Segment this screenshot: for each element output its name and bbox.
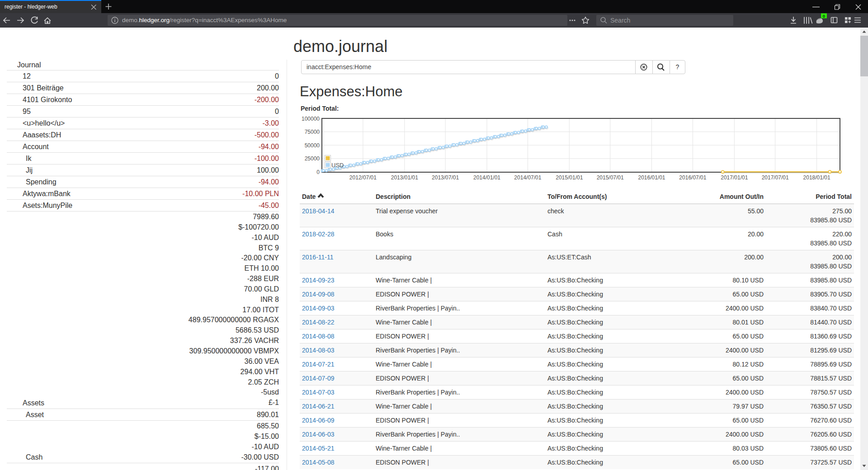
svg-text:100000: 100000 [302,116,320,122]
svg-text:2015/07/01: 2015/07/01 [597,174,624,181]
svg-text:2015/01/01: 2015/01/01 [556,174,583,181]
svg-text:2016/07/01: 2016/07/01 [679,174,706,181]
svg-text:2017/07/01: 2017/07/01 [762,174,789,181]
svg-text:25000: 25000 [305,155,320,162]
svg-text:2012/07/01: 2012/07/01 [349,174,377,181]
svg-text:2018/01/01: 2018/01/01 [803,174,830,181]
svg-text:0: 0 [823,14,825,19]
svg-text:75000: 75000 [305,129,320,135]
svg-text:2013/01/01: 2013/01/01 [391,174,418,181]
svg-text:2017/01/01: 2017/01/01 [721,174,748,181]
svg-text:2014/01/01: 2014/01/01 [473,174,500,181]
svg-text:USD: USD [331,162,344,169]
svg-text:50000: 50000 [305,142,320,149]
svg-text:2016/01/01: 2016/01/01 [638,174,665,181]
svg-text:2013/07/01: 2013/07/01 [432,174,459,181]
svg-text:2014/07/01: 2014/07/01 [514,174,541,181]
svg-text:0: 0 [316,169,320,175]
